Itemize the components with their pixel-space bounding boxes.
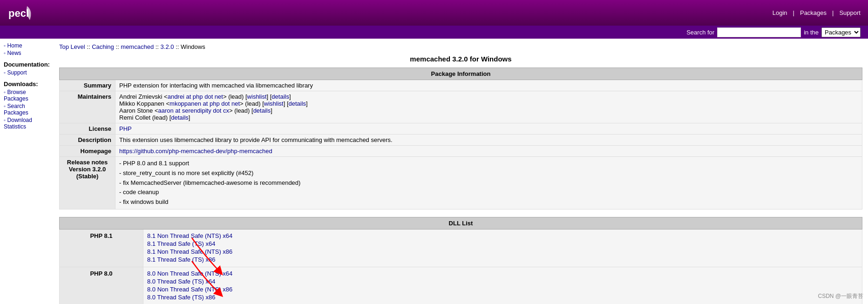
watermark: CSDN @一眼青苔: [818, 292, 863, 300]
dll-list-header: DLL List: [60, 217, 862, 229]
php81-nts-x64-link[interactable]: 8.1 Non Thread Safe (NTS) x64: [147, 232, 858, 239]
breadcrumb: Top Level :: Caching :: memcached :: 3.2…: [59, 43, 862, 50]
table-row: PHP 8.1 8.1 Non Thread Safe (NTS) x64 8.…: [60, 229, 862, 267]
php81-ts-x64-link[interactable]: 8.1 Thread Safe (TS) x64: [147, 240, 858, 247]
header: pecl Login | Packages | Support: [0, 0, 868, 26]
sidebar-download-statistics-link[interactable]: Download Statistics: [4, 117, 50, 130]
downloads-section-title: Downloads:: [4, 81, 50, 88]
sidebar: Home News Documentation: Support Downloa…: [0, 39, 54, 135]
homepage-label: Homepage: [60, 146, 115, 157]
andrei-email-link[interactable]: andrei at php dot net: [168, 93, 223, 100]
sidebar-news-link[interactable]: News: [4, 50, 50, 56]
search-category-select[interactable]: Packages: [821, 27, 861, 37]
sidebar-home-link[interactable]: Home: [4, 42, 50, 49]
page-title: memcached 3.2.0 for Windows: [59, 55, 862, 63]
mikko-wishlist-link[interactable]: wishlist: [264, 100, 284, 107]
breadcrumb-windows: Windows: [181, 43, 205, 50]
aaron-email-link[interactable]: aaron at serendipity dot cx: [158, 107, 229, 114]
packages-link[interactable]: Packages: [800, 9, 827, 16]
search-bar: Search for in the Packages: [0, 26, 868, 39]
php81-ts-x86-link[interactable]: 8.1 Thread Safe (TS) x86: [147, 256, 858, 263]
andrei-details-link[interactable]: details: [271, 93, 289, 100]
breadcrumb-memcached[interactable]: memcached: [121, 43, 154, 50]
description-label: Description: [60, 135, 115, 146]
sidebar-browse-packages-link[interactable]: Browse Packages: [4, 89, 50, 102]
table-row: PHP 8.0 8.0 Non Thread Safe (NTS) x64 8.…: [60, 267, 862, 304]
search-label: Search for: [686, 29, 714, 36]
documentation-section-title: Documentation:: [4, 61, 50, 68]
pecl-logo: pecl: [7, 4, 33, 22]
php81-label: PHP 8.1: [60, 229, 143, 267]
package-info-table: Package Information Summary PHP extensio…: [59, 68, 862, 209]
summary-value: PHP extension for interfacing with memca…: [115, 80, 862, 91]
maintainers-label: Maintainers: [60, 91, 115, 123]
license-link[interactable]: PHP: [119, 125, 132, 132]
table-row: Maintainers Andrei Zmievski <andrei at p…: [60, 91, 862, 123]
license-value: PHP: [115, 123, 862, 135]
search-input[interactable]: [717, 27, 801, 37]
maintainers-value: Andrei Zmievski <andrei at php dot net> …: [115, 91, 862, 123]
dll-list-table: DLL List PHP 8.1 8.1 Non Thread Safe (NT…: [59, 217, 862, 304]
dll-wrapper: DLL List PHP 8.1 8.1 Non Thread Safe (NT…: [59, 217, 862, 304]
homepage-value: https://github.com/php-memcached-dev/php…: [115, 146, 862, 157]
main-layout: Home News Documentation: Support Downloa…: [0, 39, 868, 304]
sidebar-support-link[interactable]: Support: [4, 69, 50, 76]
breadcrumb-caching[interactable]: Caching: [92, 43, 114, 50]
php80-label: PHP 8.0: [60, 267, 143, 304]
andrei-wishlist-link[interactable]: wishlist: [247, 93, 267, 100]
package-info-header: Package Information: [60, 68, 862, 80]
table-row: License PHP: [60, 123, 862, 135]
description-value: This extension uses libmemcached library…: [115, 135, 862, 146]
svg-text:pecl: pecl: [8, 7, 29, 19]
homepage-link[interactable]: https://github.com/php-memcached-dev/php…: [119, 148, 272, 155]
summary-label: Summary: [60, 80, 115, 91]
php80-ts-x86-link[interactable]: 8.0 Thread Safe (TS) x86: [147, 294, 858, 301]
logo-area: pecl: [7, 4, 33, 22]
php81-links: 8.1 Non Thread Safe (NTS) x64 8.1 Thread…: [143, 229, 862, 267]
php80-nts-x86-link[interactable]: 8.0 Non Thread Safe (NTS) x86: [147, 286, 858, 293]
table-row: Summary PHP extension for interfacing wi…: [60, 80, 862, 91]
content: Top Level :: Caching :: memcached :: 3.2…: [54, 39, 868, 304]
license-label: License: [60, 123, 115, 135]
php80-links: 8.0 Non Thread Safe (NTS) x64 8.0 Thread…: [143, 267, 862, 304]
php81-nts-x86-link[interactable]: 8.1 Non Thread Safe (NTS) x86: [147, 248, 858, 255]
table-row: Description This extension uses libmemca…: [60, 135, 862, 146]
php80-ts-x64-link[interactable]: 8.0 Thread Safe (TS) x64: [147, 278, 858, 285]
support-link[interactable]: Support: [839, 9, 861, 16]
login-link[interactable]: Login: [773, 9, 787, 16]
in-label: in the: [804, 29, 819, 36]
breadcrumb-top-level[interactable]: Top Level: [59, 43, 85, 50]
header-nav: Login | Packages | Support: [773, 9, 861, 16]
mikko-details-link[interactable]: details: [289, 100, 306, 107]
breadcrumb-version[interactable]: 3.2.0: [161, 43, 174, 50]
table-row: Release notes Version 3.2.0 (Stable) - P…: [60, 157, 862, 209]
release-notes-label: Release notes Version 3.2.0 (Stable): [60, 157, 115, 209]
php80-nts-x64-link[interactable]: 8.0 Non Thread Safe (NTS) x64: [147, 270, 858, 277]
mikko-email-link[interactable]: mkoppanen at php dot net: [170, 100, 240, 107]
table-row: Homepage https://github.com/php-memcache…: [60, 146, 862, 157]
aaron-details-link[interactable]: details: [253, 107, 271, 114]
sidebar-search-packages-link[interactable]: Search Packages: [4, 103, 50, 116]
release-notes-value: - PHP 8.0 and 8.1 support - store_retry_…: [115, 157, 862, 209]
remi-details-link[interactable]: details: [171, 114, 189, 121]
